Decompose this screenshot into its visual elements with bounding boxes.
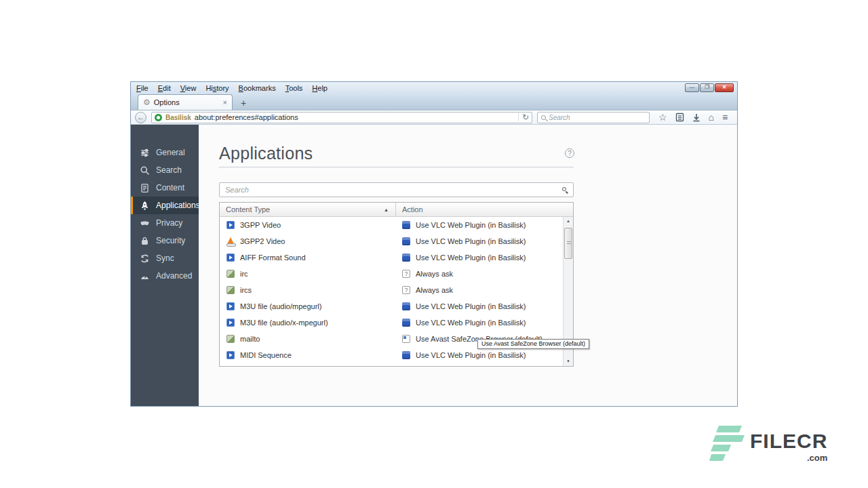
plugin-icon — [402, 253, 410, 262]
scroll-up-icon[interactable]: ▲ — [564, 217, 573, 226]
content-type-label: AIFF Format Sound — [240, 253, 306, 262]
content-type-label: M3U file (audio/mpegurl) — [240, 302, 321, 310]
new-tab-button[interactable]: + — [235, 98, 252, 110]
content-type-cell: irc — [220, 270, 396, 278]
menu-view[interactable]: View — [180, 84, 197, 92]
restore-button[interactable]: ❐ — [700, 83, 714, 92]
tab-close-icon[interactable]: × — [223, 98, 227, 106]
content-icon — [140, 183, 150, 193]
applications-search-field[interactable] — [219, 182, 574, 197]
content-type-cell: M3U file (audio/x-mpegurl) — [220, 319, 396, 327]
scroll-down-icon[interactable]: ▼ — [564, 357, 573, 366]
url-bar[interactable]: Basilisk about:preferences#applications … — [151, 112, 532, 123]
table-row[interactable]: AIFF Format SoundUse VLC Web Plugin (in … — [220, 249, 573, 266]
media-file-icon — [226, 253, 235, 262]
bookmark-star-icon[interactable]: ☆ — [658, 113, 667, 122]
column-header-action[interactable]: Action — [396, 203, 573, 216]
menu-help[interactable]: Help — [312, 84, 328, 92]
table-row[interactable]: ircs?Always ask — [220, 282, 573, 298]
action-cell[interactable]: ?Always ask — [396, 286, 573, 294]
content-type-cell: 3GPP Video — [220, 221, 396, 229]
table-row[interactable]: 3GPP2 VideoUse VLC Web Plugin (in Basili… — [220, 233, 573, 249]
table-row[interactable]: MIDI SequenceUse VLC Web Plugin (in Basi… — [220, 347, 573, 363]
menu-file[interactable]: File — [136, 84, 149, 92]
column-header-content-type[interactable]: Content Type ▲ — [220, 203, 396, 216]
browser-window: FileEditViewHistoryBookmarksToolsHelp — … — [130, 81, 738, 407]
content-type-cell: mailto — [220, 335, 396, 343]
action-cell[interactable]: Use VLC Web Plugin (in Basilisk) — [396, 319, 573, 327]
action-cell[interactable]: ?Always ask — [396, 270, 573, 278]
table-header: Content Type ▲ Action — [220, 203, 573, 217]
action-label: Use VLC Web Plugin (in Basilisk) — [416, 351, 526, 359]
filecr-tld-text: .com — [750, 453, 827, 463]
sort-ascending-icon: ▲ — [384, 207, 389, 212]
plugin-icon — [402, 237, 410, 245]
site-identity-label: Basilisk — [165, 114, 191, 121]
applications-pane: Applications ? Content Type ▲ Action 3GP — [199, 125, 737, 406]
navigation-toolbar: ← Basilisk about:preferences#application… — [131, 110, 737, 125]
action-label: Use VLC Web Plugin (in Basilisk) — [416, 221, 526, 229]
sidebar-item-label: Privacy — [156, 218, 182, 228]
action-cell[interactable]: Use VLC Web Plugin (in Basilisk) — [396, 351, 573, 359]
sidebar-item-applications[interactable]: Applications — [131, 197, 199, 214]
sidebar-item-privacy[interactable]: Privacy — [131, 214, 199, 232]
action-cell[interactable]: Use VLC Web Plugin (in Basilisk) — [396, 302, 573, 310]
tab-title: Options — [154, 98, 220, 106]
scrollbar-thumb[interactable] — [564, 228, 572, 259]
title-divider — [219, 167, 574, 167]
minimize-button[interactable]: — — [685, 83, 699, 92]
bookmarks-list-icon[interactable] — [675, 113, 684, 122]
menu-edit[interactable]: Edit — [158, 84, 171, 92]
reload-icon[interactable]: ↻ — [518, 113, 529, 121]
sidebar-item-general[interactable]: General — [131, 144, 199, 161]
tab-options[interactable]: ⚙ Options × — [138, 94, 233, 110]
sidebar-item-advanced[interactable]: Advanced — [131, 267, 199, 285]
action-label: Always ask — [416, 286, 453, 294]
action-cell[interactable]: Use VLC Web Plugin (in Basilisk) — [396, 221, 573, 229]
menu-bookmarks[interactable]: Bookmarks — [239, 84, 276, 92]
filecr-brand-text: FILECR — [750, 431, 827, 451]
gear-icon: ⚙ — [143, 98, 151, 106]
sidebar-item-label: Applications — [156, 201, 200, 210]
action-cell[interactable]: Use VLC Web Plugin (in Basilisk) — [396, 237, 573, 245]
browser-search-box[interactable]: Search — [537, 112, 650, 123]
table-row[interactable]: irc?Always ask — [220, 266, 573, 282]
action-tooltip: Use Avast SafeZone Browser (default) — [477, 339, 589, 349]
url-text[interactable]: about:preferences#applications — [195, 113, 515, 121]
content-type-cell: ircs — [220, 286, 396, 294]
content-type-cell: AIFF Format Sound — [220, 253, 396, 262]
action-label: Use VLC Web Plugin (in Basilisk) — [416, 237, 526, 245]
table-row[interactable]: M3U file (audio/mpegurl)Use VLC Web Plug… — [220, 298, 573, 314]
protocol-icon — [226, 286, 235, 294]
sidebar-item-sync[interactable]: Sync — [131, 249, 199, 267]
sidebar-item-label: Content — [156, 183, 184, 192]
site-identity-icon[interactable] — [155, 114, 162, 121]
action-label: Use VLC Web Plugin (in Basilisk) — [416, 253, 526, 262]
search-icon — [140, 165, 150, 176]
content-type-cell: MIDI Sequence — [220, 351, 396, 359]
table-row[interactable]: 3GPP VideoUse VLC Web Plugin (in Basilis… — [220, 217, 573, 233]
sidebar-item-label: Security — [156, 236, 185, 245]
filecr-logo: FILECR .com — [709, 424, 827, 464]
download-icon[interactable] — [692, 113, 701, 122]
close-button[interactable]: ✕ — [715, 83, 734, 92]
menu-tools[interactable]: Tools — [285, 84, 303, 92]
sidebar-item-security[interactable]: Security — [131, 232, 199, 249]
menu-history[interactable]: History — [205, 84, 229, 92]
content-type-cell: M3U file (audio/mpegurl) — [220, 302, 396, 310]
media-file-icon — [226, 319, 235, 327]
back-button[interactable]: ← — [135, 112, 146, 123]
menu-bar: FileEditViewHistoryBookmarksToolsHelp — [131, 82, 737, 92]
sidebar-item-content[interactable]: Content — [131, 179, 199, 197]
help-icon[interactable]: ? — [565, 148, 574, 158]
home-icon[interactable]: ⌂ — [709, 113, 714, 122]
table-row[interactable]: Movie Clip (video/mpeg)Use VLC Web Plugi… — [220, 363, 573, 367]
general-icon — [140, 148, 150, 158]
applications-search-input[interactable] — [220, 183, 573, 197]
sidebar-item-search[interactable]: Search — [131, 161, 199, 179]
action-cell[interactable]: Use VLC Web Plugin (in Basilisk) — [396, 253, 573, 262]
menu-hamburger-icon[interactable]: ≡ — [722, 113, 728, 122]
table-row[interactable]: M3U file (audio/x-mpegurl)Use VLC Web Pl… — [220, 314, 573, 331]
preferences-content: GeneralSearchContentApplicationsPrivacyS… — [131, 125, 737, 406]
toolbar-icons: ☆⌂≡ — [658, 113, 728, 122]
